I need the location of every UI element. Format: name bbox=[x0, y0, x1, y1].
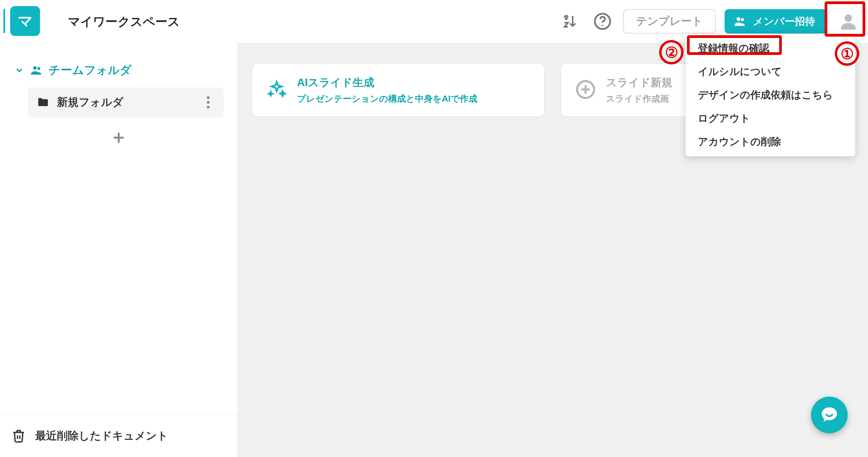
invite-button[interactable]: メンバー招待 bbox=[725, 9, 827, 34]
trash-label: 最近削除したドキュメント bbox=[35, 429, 168, 443]
ai-slide-card[interactable]: AIスライド生成 プレゼンテーションの構成と中身をAIで作成 bbox=[252, 63, 545, 117]
folder-more-button[interactable] bbox=[201, 96, 215, 108]
help-icon bbox=[593, 12, 612, 31]
team-folder-label: チームフォルダ bbox=[49, 62, 132, 78]
chat-fab[interactable] bbox=[811, 397, 848, 433]
workspace-accent bbox=[3, 9, 5, 33]
folder-icon bbox=[37, 96, 50, 109]
menu-item-design-request[interactable]: デザインの作成依頼はこちら bbox=[686, 83, 855, 107]
invite-label: メンバー招待 bbox=[753, 15, 815, 28]
avatar-icon bbox=[839, 12, 858, 31]
svg-point-9 bbox=[845, 14, 852, 22]
chat-icon bbox=[819, 405, 840, 425]
template-label: テンプレート bbox=[636, 14, 703, 29]
svg-point-7 bbox=[736, 17, 740, 21]
svg-point-8 bbox=[741, 18, 744, 21]
plus-circle-icon bbox=[575, 79, 596, 100]
menu-item-registration-info[interactable]: 登録情報の確認 bbox=[686, 37, 855, 60]
account-dropdown: 登録情報の確認 イルシルについて デザインの作成依頼はこちら ログアウト アカウ… bbox=[686, 34, 855, 156]
add-folder-button[interactable] bbox=[12, 130, 226, 145]
ai-card-title: AIスライド生成 bbox=[297, 75, 477, 90]
ai-card-subtitle: プレゼンテーションの構成と中身をAIで作成 bbox=[297, 93, 477, 105]
menu-item-about[interactable]: イルシルについて bbox=[686, 60, 855, 83]
chevron-down-icon bbox=[14, 65, 24, 75]
help-button[interactable] bbox=[591, 9, 614, 33]
sort-button[interactable] bbox=[558, 9, 582, 33]
new-card-subtitle: スライド作成画 bbox=[606, 93, 672, 105]
svg-point-0 bbox=[33, 66, 37, 70]
team-folder-header[interactable]: チームフォルダ bbox=[12, 58, 226, 87]
svg-point-1 bbox=[37, 67, 40, 70]
menu-item-delete-account[interactable]: アカウントの削除 bbox=[686, 130, 855, 154]
account-avatar-button[interactable] bbox=[836, 9, 861, 34]
sidebar: マ マイワークスペース チームフォルダ 新規フォルダ 最 bbox=[0, 0, 237, 457]
svg-point-6 bbox=[602, 25, 604, 26]
folder-item[interactable]: 新規フォルダ bbox=[28, 87, 224, 117]
invite-icon bbox=[733, 15, 747, 28]
workspace-badge[interactable]: マ bbox=[10, 6, 40, 36]
trash-icon bbox=[12, 429, 26, 443]
people-icon bbox=[30, 63, 43, 77]
trash-link[interactable]: 最近削除したドキュメント bbox=[0, 414, 237, 457]
workspace-title: マイワークスペース bbox=[68, 14, 180, 30]
plus-icon bbox=[111, 130, 126, 145]
menu-item-logout[interactable]: ログアウト bbox=[686, 107, 855, 130]
sort-az-icon bbox=[562, 13, 578, 29]
sparkles-icon bbox=[267, 79, 287, 100]
workspace-badge-letter: マ bbox=[18, 11, 33, 31]
main-area: テンプレート メンバー招待 AIスライド生成 プレゼンテーションの構成と中身をA… bbox=[237, 0, 868, 457]
template-button[interactable]: テンプレート bbox=[623, 9, 716, 34]
folder-name: 新規フォルダ bbox=[57, 95, 123, 110]
new-card-title: スライド新規 bbox=[606, 75, 672, 90]
